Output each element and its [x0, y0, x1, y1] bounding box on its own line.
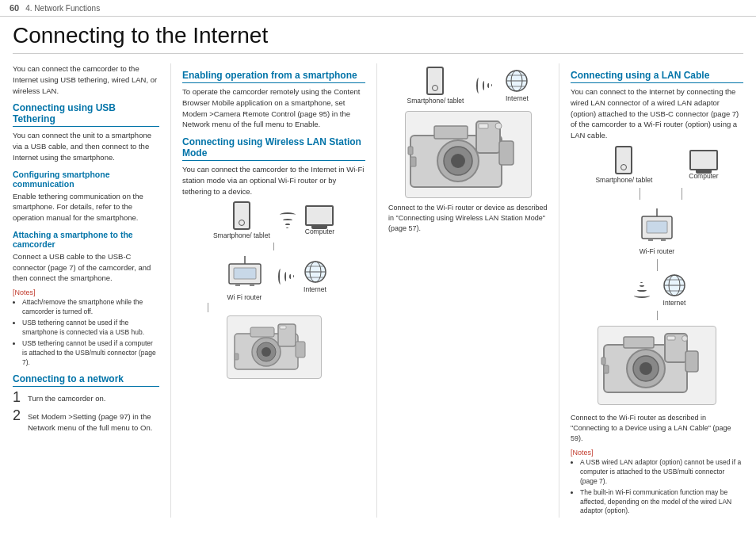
v-conn-right — [682, 188, 682, 200]
wifi-router-label: Wi Fi router — [227, 293, 262, 301]
col-mid: Enabling operation from a smartphone To … — [171, 63, 377, 518]
wireless-diagram: Smartphone/ tablet Computer — [182, 201, 365, 382]
top-row: Smartphone/ tablet — [388, 67, 548, 105]
note-item: Attach/remove the smartphone while the c… — [22, 298, 159, 317]
wifi-dot-3 — [491, 85, 492, 87]
svg-rect-53 — [604, 365, 609, 373]
note-item: USB tethering cannot be used if a comput… — [22, 339, 159, 368]
internet-label: Internet — [304, 285, 326, 293]
camera-svg-2 — [407, 113, 529, 197]
wifi-arc-2c — [483, 81, 486, 90]
lan-row-1: Smartphone/ tablet Computer — [595, 146, 718, 184]
notes-label-1: [Notes] — [13, 289, 159, 296]
wireless-lan-body: You can connect the camcorder to the Int… — [182, 164, 365, 197]
v-connectors — [632, 188, 682, 200]
svg-rect-2 — [234, 268, 256, 279]
svg-rect-49 — [624, 337, 654, 348]
enabling-op-body: To operate the camcorder remotely using … — [182, 86, 365, 130]
smartphone-device-r: Smartphone/ tablet — [595, 146, 652, 184]
col-midright: Smartphone/ tablet — [377, 63, 559, 518]
wifi-arc-small — [285, 224, 290, 226]
page-header: 60 4. Network Functions — [0, 0, 756, 17]
svg-rect-17 — [235, 353, 239, 360]
internet-label-2: Internet — [506, 94, 529, 102]
svg-point-13 — [262, 347, 271, 357]
attach-smartphone-heading: Attaching a smartphone to the camcorder — [13, 230, 159, 249]
svg-rect-30 — [479, 124, 488, 128]
wifi-router-device: Wi Fi router — [221, 252, 269, 301]
wifi-waves-4 — [631, 282, 653, 298]
svg-point-52 — [682, 336, 687, 342]
wifi-waves-2 — [278, 266, 294, 288]
config-smartphone-heading: Configuring smartphone communication — [13, 170, 159, 189]
internet-icon-svg — [304, 260, 327, 284]
svg-rect-37 — [647, 221, 667, 233]
step-num-1: 1 — [13, 390, 24, 404]
wifi-waves-1 — [277, 212, 299, 228]
notes-label-r: [Notes] — [571, 449, 743, 457]
svg-rect-33 — [499, 141, 514, 165]
top-diagram: Smartphone/ tablet — [388, 67, 548, 105]
computer-icon-r — [689, 150, 718, 170]
usb-tethering-body: You can connect the unit to a smartphone… — [13, 130, 159, 162]
v-conn-bot — [657, 259, 658, 271]
wifi-arc-3c — [476, 78, 481, 94]
wifi-dot-2 — [292, 276, 293, 278]
wifi-arc-2d — [637, 289, 647, 292]
attach-smartphone-body: Connect a USB cable to the USB-C connect… — [13, 251, 159, 284]
v-conn-left — [640, 188, 640, 200]
smartphone-device-2: Smartphone/ tablet — [407, 67, 464, 105]
svg-rect-55 — [601, 357, 605, 365]
internet-icon-2 — [505, 69, 529, 93]
svg-rect-18 — [296, 342, 305, 357]
smartphone-label-2: Smartphone/ tablet — [407, 97, 464, 105]
svg-point-31 — [495, 123, 502, 129]
smartphone-icon — [233, 201, 250, 230]
lan-diagram: Smartphone/ tablet Computer — [571, 146, 743, 408]
note-item: USB tethering cannot be used if the smar… — [22, 319, 159, 338]
v-line-2 — [208, 303, 208, 312]
wifi-router-svg — [221, 252, 269, 292]
enabling-op-heading: Enabling operation from a smartphone — [182, 70, 365, 83]
computer-icon — [305, 205, 334, 226]
smartphone-icon-r — [615, 146, 632, 174]
smartphone-icon-2 — [426, 67, 444, 95]
page-content: Connecting to the Internet You can conne… — [0, 17, 756, 524]
svg-rect-39 — [661, 239, 666, 241]
computer-device: Computer — [305, 205, 334, 235]
camera-diag-r — [598, 326, 716, 405]
wifi-router-svg-r — [636, 202, 679, 246]
svg-rect-14 — [250, 327, 274, 337]
intro-text: You can connect the camcorder to the Int… — [13, 63, 159, 96]
connect-network-heading: Connecting to a network — [13, 373, 159, 387]
diagram-row-wifi: Wi Fi router — [221, 252, 327, 301]
internet-device-2: Internet — [505, 69, 529, 102]
col-right: Connecting using a LAN Cable You can con… — [559, 63, 743, 518]
wifi-router-label-r: Wi-Fi router — [640, 247, 674, 255]
wifi-arc-mid — [283, 219, 292, 222]
svg-rect-32 — [410, 157, 416, 166]
internet-label-r: Internet — [663, 299, 686, 307]
config-smartphone-body: Enable tethering communication on the sm… — [13, 191, 159, 224]
wifi-dot — [286, 227, 288, 228]
caption-right: Connect to the Wi-Fi router as described… — [571, 413, 743, 444]
svg-rect-3 — [235, 284, 240, 286]
step-1: 1 Turn the camcorder on. — [13, 390, 159, 404]
internet-device: Internet — [304, 260, 327, 293]
wifi-router-r: Wi-Fi router — [636, 202, 679, 255]
wifi-arc-3b — [278, 269, 283, 285]
svg-rect-4 — [250, 284, 254, 286]
wifi-arc-1b — [289, 274, 292, 279]
svg-rect-38 — [648, 239, 653, 241]
notes-list-r: A USB wired LAN adaptor (option) cannot … — [571, 458, 743, 516]
col-left: You can connect the camcorder to the Int… — [13, 63, 171, 518]
camera-svg-r — [600, 327, 715, 403]
lan-cable-heading: Connecting using a LAN Cable — [571, 70, 743, 83]
wifi-arc-large — [280, 212, 296, 217]
internet-device-r: Internet — [662, 273, 686, 307]
page-number: 60 — [10, 3, 19, 13]
camera-diagram — [227, 315, 322, 379]
lan-cable-body: You can connect to the Internet by conne… — [571, 86, 743, 141]
wifi-waves-3 — [476, 75, 492, 97]
v-conn-cam — [657, 311, 658, 320]
